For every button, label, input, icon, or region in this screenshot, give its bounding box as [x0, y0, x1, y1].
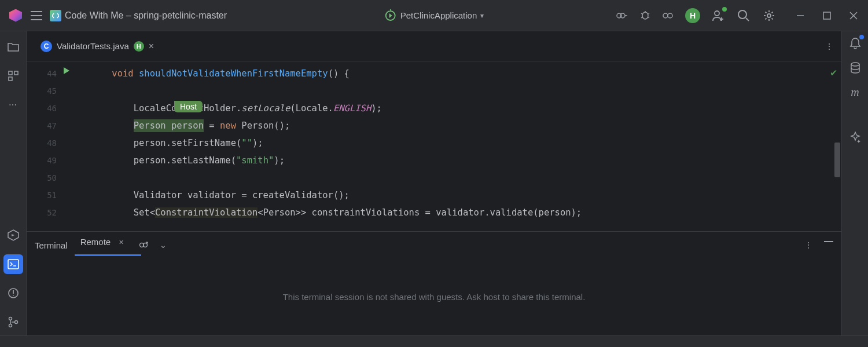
tab-close-icon[interactable]: × [149, 41, 154, 52]
svg-rect-2 [390, 9, 391, 12]
run-debug-icon-2[interactable] [639, 10, 652, 21]
project-title: Code With Me – spring-petclinic-master [65, 10, 227, 21]
vcs-tool-icon[interactable] [3, 312, 23, 332]
code-line[interactable]: person.setLastName("smith"); [90, 152, 827, 169]
top-bar: Code With Me – spring-petclinic-master P… [0, 0, 868, 31]
line-number: 48 [27, 134, 64, 152]
run-config-selector[interactable]: PetClinicApplication ▾ [384, 9, 484, 22]
window-minimize-icon[interactable] [793, 8, 808, 23]
svg-point-6 [663, 13, 668, 18]
java-class-icon: C [41, 41, 52, 52]
terminal-hide-icon[interactable] [824, 240, 833, 250]
main-menu-button[interactable] [29, 8, 44, 23]
svg-point-9 [738, 10, 746, 19]
terminal-tab-remote[interactable]: Remote × [78, 237, 126, 254]
svg-point-18 [9, 324, 12, 327]
terminal-tab-label: Remote [80, 237, 111, 247]
app-logo[interactable] [6, 6, 25, 25]
code-line[interactable]: Set<ConstraintViolation<Person>> constra… [90, 204, 827, 221]
svg-rect-15 [8, 260, 19, 269]
svg-point-8 [715, 11, 719, 16]
maven-tool-icon[interactable]: m [848, 85, 863, 100]
terminal-new-session-icon[interactable] [139, 240, 149, 250]
project-tool-icon[interactable] [3, 37, 23, 57]
code-line[interactable]: void shouldNotValidateWhenFirstNameEmpty… [90, 65, 827, 82]
line-number: 44 [27, 65, 64, 82]
line-gutter: 444546474849505152 [27, 61, 64, 231]
line-number: 45 [27, 82, 64, 100]
structure-tool-icon[interactable] [3, 66, 23, 86]
more-tools-icon[interactable]: ⋯ [3, 95, 23, 115]
run-test-gutter-icon[interactable] [64, 67, 69, 74]
line-number: 47 [27, 117, 64, 134]
svg-point-5 [642, 12, 648, 19]
notification-dot [859, 35, 864, 39]
svg-point-10 [767, 14, 771, 17]
svg-rect-12 [9, 71, 12, 75]
code-area[interactable]: void shouldNotValidateWhenFirstNameEmpty… [90, 61, 827, 231]
code-line[interactable]: person.setFirstName(""); [90, 134, 827, 152]
code-line[interactable]: Validator validator = createValidator(); [90, 187, 827, 204]
terminal-empty-message: This terminal session is not shared with… [283, 292, 586, 302]
svg-point-17 [9, 317, 12, 320]
run-debug-icon-1[interactable] [616, 10, 628, 21]
notifications-icon[interactable] [848, 36, 863, 51]
terminal-panel: Terminal Remote × ⌄ ⋮ This terminal sess… [27, 231, 841, 335]
host-modified-badge: H [134, 41, 144, 52]
line-number: 46 [27, 100, 64, 117]
problems-tool-icon[interactable] [3, 283, 23, 303]
code-editor[interactable]: ✔ 444546474849505152 void shouldNotValid… [27, 61, 841, 231]
line-number: 49 [27, 152, 64, 169]
code-with-me-icon [50, 10, 61, 21]
line-number: 50 [27, 169, 64, 187]
code-line[interactable] [90, 82, 827, 100]
database-tool-icon[interactable] [848, 60, 863, 75]
terminal-dropdown-icon[interactable]: ⌄ [160, 240, 167, 250]
terminal-tab-close-icon[interactable]: × [119, 238, 123, 247]
tab-more-icon[interactable]: ⋮ [825, 42, 833, 51]
svg-point-20 [851, 63, 859, 66]
top-toolbar-right: H [616, 8, 861, 23]
settings-gear-icon[interactable] [762, 8, 777, 23]
svg-rect-11 [823, 12, 830, 19]
code-line[interactable] [90, 169, 827, 187]
svg-rect-14 [9, 77, 12, 81]
search-icon[interactable] [736, 8, 751, 23]
ai-assistant-icon[interactable] [848, 130, 863, 145]
terminal-more-icon[interactable]: ⋮ [804, 240, 812, 250]
scrollbar-thumb[interactable] [834, 143, 840, 177]
presence-indicator-dot [722, 7, 727, 12]
editor-scrollbar[interactable] [833, 61, 841, 231]
services-tool-icon[interactable] [3, 225, 23, 245]
window-close-icon[interactable] [846, 8, 861, 23]
chevron-down-icon: ▾ [480, 12, 484, 20]
status-bar [0, 335, 868, 347]
editor-tab[interactable]: C ValidatorTests.java H × [35, 31, 160, 61]
right-tool-strip: m [841, 31, 868, 347]
terminal-title[interactable]: Terminal [35, 240, 68, 250]
svg-point-7 [668, 13, 672, 18]
terminal-header: Terminal Remote × ⌄ ⋮ [27, 232, 841, 258]
terminal-body: This terminal session is not shared with… [27, 258, 841, 335]
tab-filename: ValidatorTests.java [57, 41, 129, 51]
invite-user-icon[interactable] [711, 8, 726, 23]
user-avatar[interactable]: H [685, 8, 700, 23]
line-number: 51 [27, 187, 64, 204]
run-debug-icon-3[interactable] [662, 10, 675, 21]
svg-rect-13 [14, 71, 18, 75]
window-maximize-icon[interactable] [819, 8, 834, 23]
terminal-tool-icon[interactable] [3, 254, 23, 274]
svg-point-19 [14, 321, 17, 324]
svg-point-4 [620, 13, 625, 18]
left-tool-strip: ⋯ [0, 31, 27, 347]
code-line[interactable]: Person person = new Person(); [90, 117, 827, 134]
line-number: 52 [27, 204, 64, 221]
host-presence-label: Host [174, 101, 203, 112]
run-config-name: PetClinicApplication [400, 10, 477, 20]
editor-tabs: C ValidatorTests.java H × ⋮ [27, 31, 841, 61]
run-icon [384, 9, 397, 22]
